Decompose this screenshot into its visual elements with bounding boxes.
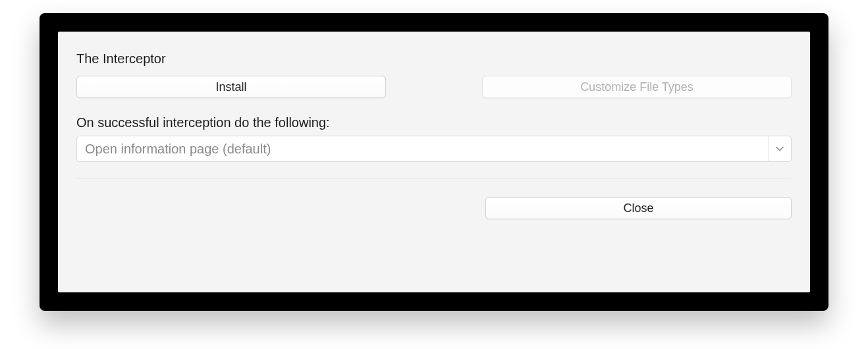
close-button[interactable]: Close [485, 197, 792, 219]
section-title: The Interceptor [76, 51, 792, 67]
chevron-down-icon [776, 146, 784, 151]
divider [76, 178, 792, 178]
interception-action-select[interactable]: Open information page (default) [76, 136, 792, 162]
dialog-window: The Interceptor Install Customize File T… [40, 13, 828, 311]
customize-file-types-button: Customize File Types [482, 76, 792, 98]
dialog-panel: The Interceptor Install Customize File T… [58, 32, 810, 292]
interception-action-selected-value[interactable]: Open information page (default) [76, 136, 792, 162]
dropdown-toggle[interactable] [768, 136, 792, 162]
button-row-top: Install Customize File Types [76, 76, 792, 98]
interception-prompt-label: On successful interception do the follow… [76, 115, 792, 130]
footer-row: Close [76, 197, 792, 219]
install-button[interactable]: Install [76, 76, 386, 98]
